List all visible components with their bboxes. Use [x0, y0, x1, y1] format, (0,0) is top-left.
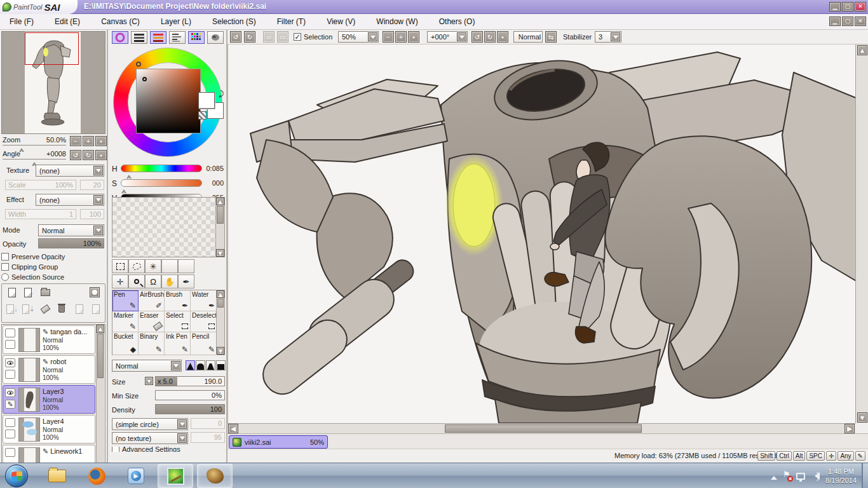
menu-window[interactable]: Window (W) — [367, 14, 427, 26]
layer-visibility-toggle[interactable] — [5, 418, 15, 427]
size-slider[interactable]: x 5.0 190.0 — [155, 376, 225, 386]
swatches-panel[interactable]: ▲ ▼ — [112, 197, 225, 257]
zoom-in-button[interactable]: + — [395, 31, 407, 43]
texture-select[interactable]: (none) — [36, 165, 104, 177]
rotate-ccw-button[interactable]: ↺ — [471, 31, 483, 43]
scroll-down-icon[interactable]: ▼ — [216, 249, 224, 257]
layer-mode-select[interactable]: Normal — [38, 224, 104, 236]
nav-zoom-out-button[interactable]: − — [70, 136, 81, 146]
action-center-icon[interactable] — [783, 471, 790, 480]
tool-pencil[interactable]: Pencil✎ — [191, 332, 217, 355]
menu-layer[interactable]: Layer (L) — [151, 14, 201, 26]
angle-select[interactable]: +000° — [427, 31, 468, 43]
menu-filter[interactable]: Filter (T) — [268, 14, 315, 26]
tool-airbrush[interactable]: AirBrush✐ — [139, 290, 165, 311]
rotate-cw-button[interactable]: ↻ — [484, 31, 496, 43]
chevron-down-icon[interactable] — [93, 166, 103, 175]
effect-select[interactable]: (none) — [36, 194, 104, 206]
new-folder-icon[interactable] — [39, 287, 51, 298]
delete-layer-icon[interactable] — [55, 303, 68, 315]
swatches-scrollbar[interactable]: ▲ ▼ — [215, 198, 224, 257]
scroll-down-icon[interactable]: ▼ — [217, 347, 224, 355]
selection-transform-icon[interactable]: ▱ — [263, 31, 275, 43]
zoom-select[interactable]: 50% — [338, 31, 379, 43]
scroll-down-icon[interactable]: ▼ — [857, 412, 867, 423]
nav-rotate-ccw-button[interactable]: ↺ — [70, 150, 81, 160]
merge-down-icon[interactable]: ⇣ — [22, 303, 35, 315]
network-icon[interactable] — [796, 473, 805, 480]
nav-angle-reset-button[interactable]: ▪ — [95, 150, 107, 160]
chevron-down-icon[interactable] — [93, 226, 103, 235]
canvas-vscrollbar[interactable]: ▲ ▼ — [855, 44, 868, 423]
layer-visibility-toggle[interactable] — [5, 388, 15, 397]
canvas-hscrollbar[interactable]: ◀ ▶ — [227, 423, 855, 433]
layer-paint-toggle[interactable] — [5, 370, 15, 379]
brush-edge-flat-button[interactable] — [216, 360, 226, 370]
chevron-down-icon[interactable] — [171, 361, 180, 370]
move-tool[interactable]: ✛ — [112, 274, 128, 288]
transfer-down-icon[interactable]: ↓ — [6, 303, 18, 315]
tool-water[interactable]: Water✒ — [191, 290, 217, 311]
angle-reset-button[interactable]: ▪ — [497, 31, 508, 43]
nav-zoom-reset-button[interactable]: ▪ — [95, 136, 107, 146]
taskbar-clock[interactable]: 1:48 PM 8/19/2014 — [825, 467, 857, 485]
tool-pen[interactable]: Pen✎ — [112, 290, 139, 311]
taskbar-gold-app[interactable] — [197, 464, 233, 488]
layer-paint-toggle[interactable] — [5, 340, 15, 349]
hue-marker[interactable] — [136, 62, 141, 67]
clear-layer-icon[interactable] — [39, 303, 51, 315]
brush-edge-hard-button[interactable] — [186, 360, 195, 370]
layer-row-layer3[interactable]: ✎ Layer3 Normal 100% — [3, 385, 95, 414]
sv-marker[interactable] — [142, 77, 147, 81]
taskbar-sai[interactable] — [158, 464, 193, 488]
menu-others[interactable]: Others (O) — [430, 14, 485, 26]
color-mixer-tab[interactable] — [169, 31, 186, 44]
selection-source-radio[interactable]: Selection Source — [1, 273, 64, 281]
alt-key-button[interactable]: Alt — [793, 451, 806, 461]
nav-zoom-in-button[interactable]: + — [83, 136, 94, 146]
brush-shape-select[interactable]: (simple circle) — [112, 418, 188, 430]
hue-slider[interactable] — [121, 165, 202, 172]
minimize-button[interactable]: ▁ — [829, 2, 841, 11]
redo-button[interactable]: ↻ — [244, 31, 255, 43]
menu-canvas[interactable]: Canvas (C) — [92, 14, 149, 26]
clipping-group-checkbox[interactable]: Clipping Group — [1, 263, 58, 271]
chevron-down-icon[interactable] — [368, 32, 377, 41]
layer-mask-icon[interactable] — [88, 287, 101, 298]
brush-edge-round-button[interactable] — [196, 360, 205, 370]
navigator-viewport-rect[interactable] — [25, 32, 79, 65]
tool-binary[interactable]: Binary✎ — [139, 332, 165, 355]
nav-rotate-cw-button[interactable]: ↻ — [83, 150, 94, 160]
navigator-panel[interactable] — [1, 31, 105, 134]
taskbar-firefox[interactable] — [79, 464, 114, 488]
chevron-down-icon[interactable] — [611, 32, 620, 41]
menu-edit[interactable]: Edit (E) — [45, 14, 90, 26]
tool-deselect[interactable]: Deselect — [191, 311, 217, 332]
chevron-down-icon[interactable] — [177, 419, 187, 429]
menu-file[interactable]: File (F) — [0, 14, 43, 26]
scroll-up-icon[interactable]: ▲ — [97, 325, 104, 333]
new-linework-layer-icon[interactable]: ✎ — [22, 287, 35, 298]
any-key-button[interactable]: Any — [837, 451, 853, 461]
canvas[interactable] — [227, 44, 855, 423]
scroll-left-icon[interactable]: ◀ — [228, 424, 238, 433]
scratchpad-tab[interactable] — [207, 31, 224, 44]
swap-colors-icon[interactable]: ⤸ — [219, 89, 225, 98]
chevron-down-icon[interactable] — [93, 195, 103, 205]
doc-close-button[interactable]: ✕ — [855, 17, 866, 26]
hsv-slider-tab[interactable] — [150, 31, 166, 44]
zoom-reset-button[interactable]: ▪ — [408, 31, 419, 43]
hscroll-thumb[interactable] — [445, 424, 642, 433]
brush-edge-soft-button[interactable] — [206, 360, 215, 370]
layer-row-tangan[interactable]: ✎ tangan da... Normal 100% — [3, 325, 95, 354]
space-key-button[interactable]: SPC — [806, 451, 825, 461]
tool-brush[interactable]: Brush✒ — [165, 290, 191, 311]
eyedropper-tool[interactable]: ✒ — [178, 274, 194, 288]
scroll-up-icon[interactable]: ▲ — [857, 45, 867, 55]
magic-wand-tool[interactable]: ✳ — [145, 259, 161, 273]
show-desktop-button[interactable] — [862, 463, 868, 488]
paste-layer-icon[interactable] — [90, 303, 102, 315]
swatches-tab[interactable] — [188, 31, 205, 44]
start-button[interactable] — [5, 464, 28, 487]
selection-crop-icon[interactable]: ▭ — [277, 31, 288, 43]
